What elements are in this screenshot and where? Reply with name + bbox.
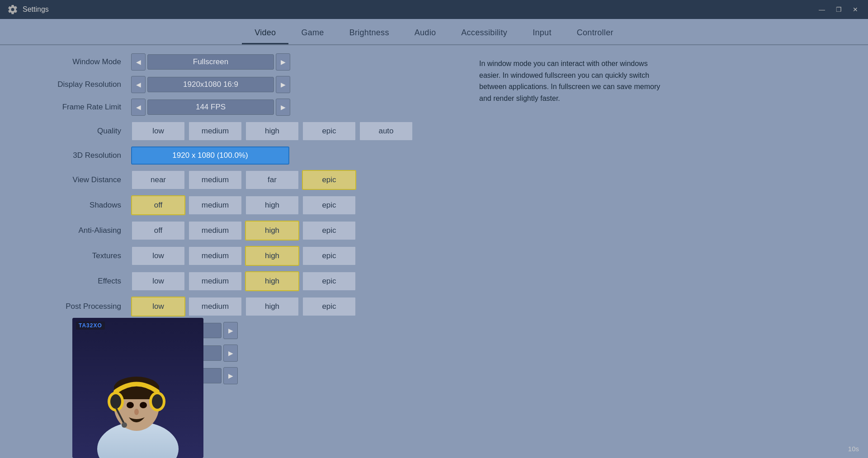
title-bar-title: Settings [23,5,49,14]
view-distance-btn-group: near medium far epic [131,170,356,190]
textures-btn-group: low medium high epic [131,246,356,266]
vsync-next[interactable]: ▶ [223,322,238,339]
resolution-3d-value[interactable]: 1920 x 1080 (100.0%) [131,146,289,165]
post-processing-row: Post Processing low medium high epic [27,297,461,316]
tab-controller[interactable]: Controller [564,24,626,44]
quality-btn-epic[interactable]: epic [302,121,356,141]
display-resolution-row: Display Resolution ◀ 1920x1080 16:9 ▶ [27,76,461,93]
svg-point-8 [134,409,139,415]
title-bar: Settings — ❐ ✕ [0,0,868,19]
view-distance-btn-near[interactable]: near [131,170,185,190]
frame-rate-label: Frame Rate Limit [27,103,127,112]
shadows-label: Shadows [27,201,127,210]
frame-rate-prev[interactable]: ◀ [131,99,146,116]
tab-accessibility[interactable]: Accessibility [448,24,520,44]
title-bar-controls: — ❐ ✕ [816,5,861,14]
close-button[interactable]: ✕ [850,5,861,14]
frame-rate-selector: ◀ 144 FPS ▶ [131,99,290,116]
anti-aliasing-btn-group: off medium high epic [131,221,356,241]
webcam-background [72,318,203,458]
svg-point-7 [140,402,147,408]
tab-video[interactable]: Video [242,24,288,44]
textures-row: Textures low medium high epic [27,246,461,266]
motion-blur-next[interactable]: ▶ [223,345,238,362]
shadows-btn-off[interactable]: off [131,195,185,215]
shadows-btn-medium[interactable]: medium [188,195,242,215]
svg-point-12 [152,394,163,409]
effects-label: Effects [27,277,127,286]
effects-row: Effects low medium high epic [27,271,461,291]
anti-aliasing-btn-medium[interactable]: medium [188,221,242,241]
textures-btn-high[interactable]: high [245,246,299,266]
textures-label: Textures [27,251,127,260]
view-distance-btn-epic[interactable]: epic [302,170,356,190]
textures-btn-low[interactable]: low [131,246,185,266]
post-processing-label: Post Processing [27,302,127,311]
post-processing-btn-group: low medium high epic [131,297,356,316]
minimize-button[interactable]: — [816,5,828,14]
post-processing-btn-medium[interactable]: medium [188,297,242,316]
effects-btn-group: low medium high epic [131,271,356,291]
tab-game[interactable]: Game [288,24,336,44]
timer-badge: 10s [848,445,859,453]
anti-aliasing-btn-high[interactable]: high [245,221,299,241]
view-distance-label: View Distance [27,175,127,184]
anti-aliasing-btn-epic[interactable]: epic [302,221,356,241]
anti-aliasing-row: Anti-Aliasing off medium high epic [27,221,461,241]
webcam-overlay: TA32XO [72,318,203,458]
window-mode-value: Fullscreen [147,54,274,70]
effects-btn-medium[interactable]: medium [188,271,242,291]
post-processing-btn-low[interactable]: low [131,297,185,316]
resolution-3d-label: 3D Resolution [27,151,127,160]
anti-aliasing-btn-off[interactable]: off [131,221,185,241]
window-mode-row: Window Mode ◀ Fullscreen ▶ [27,53,461,71]
title-bar-left: Settings [7,4,49,15]
tab-input[interactable]: Input [520,24,564,44]
shadows-row: Shadows off medium high epic [27,195,461,215]
gear-icon [7,4,18,15]
quality-btn-auto[interactable]: auto [359,121,413,141]
show-fps-next[interactable]: ▶ [223,367,238,384]
maximize-button[interactable]: ❐ [833,5,844,14]
shadows-btn-group: off medium high epic [131,195,356,215]
frame-rate-next[interactable]: ▶ [276,99,290,116]
nav-bar: Video Game Brightness Audio Accessibilit… [0,19,868,44]
tab-brightness[interactable]: Brightness [337,24,402,44]
anti-aliasing-label: Anti-Aliasing [27,226,127,235]
window-mode-prev[interactable]: ◀ [131,53,146,71]
post-processing-btn-high[interactable]: high [245,297,299,316]
display-resolution-next[interactable]: ▶ [276,76,290,93]
effects-btn-epic[interactable]: epic [302,271,356,291]
post-processing-btn-epic[interactable]: epic [302,297,356,316]
effects-btn-high[interactable]: high [245,271,299,291]
shadows-btn-high[interactable]: high [245,195,299,215]
effects-btn-low[interactable]: low [131,271,185,291]
webcam-tag: TA32XO [76,321,105,330]
svg-point-14 [122,422,127,428]
view-distance-btn-far[interactable]: far [245,170,299,190]
textures-btn-medium[interactable]: medium [188,246,242,266]
window-mode-label: Window Mode [27,57,127,66]
view-distance-btn-medium[interactable]: medium [188,170,242,190]
quality-btn-group: low medium high epic auto [131,121,413,141]
quality-btn-high[interactable]: high [245,121,299,141]
help-panel: In window mode you can interact with oth… [479,53,669,449]
quality-row: Quality low medium high epic auto [27,121,461,141]
display-resolution-prev[interactable]: ◀ [131,76,146,93]
display-resolution-label: Display Resolution [27,80,127,89]
svg-point-10 [110,394,121,409]
quality-btn-low[interactable]: low [131,121,185,141]
frame-rate-value: 144 FPS [147,99,274,115]
frame-rate-row: Frame Rate Limit ◀ 144 FPS ▶ [27,99,461,116]
window-mode-next[interactable]: ▶ [276,53,290,71]
textures-btn-epic[interactable]: epic [302,246,356,266]
view-distance-row: View Distance near medium far epic [27,170,461,190]
quality-label: Quality [27,127,127,136]
shadows-btn-epic[interactable]: epic [302,195,356,215]
quality-btn-medium[interactable]: medium [188,121,242,141]
resolution-3d-row: 3D Resolution 1920 x 1080 (100.0%) [27,146,461,165]
svg-point-6 [127,402,134,408]
window-mode-selector: ◀ Fullscreen ▶ [131,53,290,71]
display-resolution-value: 1920x1080 16:9 [147,77,274,92]
tab-audio[interactable]: Audio [402,24,449,44]
